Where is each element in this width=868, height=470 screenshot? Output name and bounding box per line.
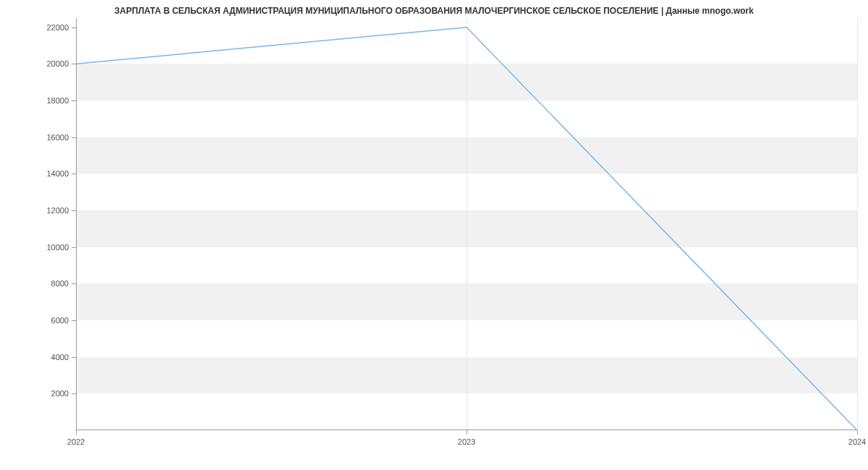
chart-title: ЗАРПЛАТА В СЕЛЬСКАЯ АДМИНИСТРАЦИЯ МУНИЦИ… xyxy=(0,6,868,16)
y-axis-label: 18000 xyxy=(46,96,69,105)
y-axis-label: 4000 xyxy=(51,353,69,362)
y-axis-label: 2000 xyxy=(51,389,69,398)
y-axis-label: 6000 xyxy=(51,316,69,325)
x-tick xyxy=(76,430,77,435)
y-axis-label: 20000 xyxy=(46,59,69,68)
x-tick xyxy=(857,430,858,435)
x-axis-label: 2024 xyxy=(848,437,866,446)
data-series-line xyxy=(76,18,857,430)
chart-plot-area: 2022202320242000400060008000100001200014… xyxy=(76,18,857,430)
x-axis-label: 2023 xyxy=(458,437,475,446)
x-tick xyxy=(467,430,467,435)
y-axis-label: 12000 xyxy=(46,206,69,215)
y-axis-label: 10000 xyxy=(46,243,69,252)
y-axis-label: 22000 xyxy=(46,23,69,32)
x-axis-label: 2022 xyxy=(67,437,85,446)
y-axis-label: 14000 xyxy=(46,169,69,178)
y-axis-label: 16000 xyxy=(46,133,69,142)
y-axis-label: 8000 xyxy=(51,279,69,288)
x-gridline xyxy=(857,18,858,430)
